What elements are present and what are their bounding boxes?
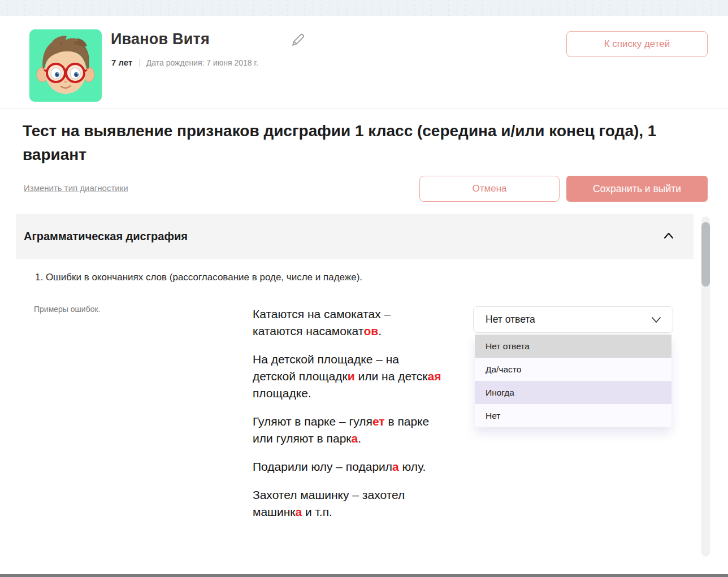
- chevron-down-icon: [651, 315, 662, 324]
- sentence-text: или на детск: [355, 370, 428, 383]
- example-sentence: На детской площадке – на детской площадк…: [253, 351, 443, 402]
- dropdown-options: Нет ответаДа/частоИногдаНет: [475, 335, 671, 427]
- chevron-up-icon[interactable]: [662, 229, 675, 243]
- answer-select[interactable]: Нет ответа: [473, 306, 673, 333]
- error-letters: ет: [372, 415, 385, 428]
- page-title: Тест на выявление признаков дисграфии 1 …: [23, 119, 670, 167]
- page: Иванов Витя 7 лет | Дата рождения: 7 июн…: [0, 0, 728, 577]
- example-sentence: Катаются на самокатах – катаются насамок…: [253, 306, 443, 340]
- child-avatar: [29, 29, 102, 102]
- sentence-text: Гуляют в парке – гуля: [253, 415, 372, 428]
- section-title: Аграмматическая дисграфия: [24, 214, 188, 259]
- meta-separator: |: [138, 58, 141, 67]
- error-letters: ов: [363, 324, 378, 337]
- edit-pencil-icon[interactable]: [289, 31, 306, 48]
- window-bottom-edge: [0, 574, 728, 577]
- error-letters: а: [392, 460, 399, 473]
- dropdown-option-2[interactable]: Иногда: [475, 381, 671, 404]
- child-header: Иванов Витя 7 лет | Дата рождения: 7 июн…: [0, 16, 728, 109]
- error-letters: ая: [427, 370, 441, 383]
- child-meta: 7 лет | Дата рождения: 7 июня 2018 г.: [111, 58, 258, 67]
- sentence-text: .: [378, 324, 382, 337]
- boy-avatar-illustration: [29, 29, 102, 102]
- example-sentence: Подарили юлу – подарила юлу.: [253, 458, 443, 475]
- child-age: 7 лет: [111, 58, 132, 67]
- example-sentence: Захотел машинку – захотел машинка и т.п.: [253, 487, 443, 520]
- section-header-agrammatic-dysgraphia[interactable]: Аграмматическая дисграфия: [16, 214, 694, 259]
- dropdown-option-1[interactable]: Да/часто: [475, 358, 671, 381]
- sentence-text: и т.п.: [302, 505, 332, 518]
- back-to-children-list-button[interactable]: К списку детей: [566, 31, 708, 57]
- dropdown-option-0[interactable]: Нет ответа: [475, 335, 671, 358]
- error-letters: и: [348, 370, 355, 383]
- scrollbar-thumb[interactable]: [701, 222, 710, 287]
- example-sentence: Гуляют в парке – гуляет в парке или гуля…: [253, 413, 443, 447]
- error-letters: а: [352, 432, 358, 445]
- change-diagnostic-type-link[interactable]: Изменить тип диагностики: [24, 183, 128, 193]
- top-bar: [0, 0, 728, 16]
- sentence-text: Подарили юлу – подарил: [253, 460, 392, 473]
- child-birth-date: Дата рождения: 7 июня 2018 г.: [146, 58, 258, 67]
- sentence-text: площадке.: [253, 387, 311, 400]
- cancel-button[interactable]: Отмена: [419, 176, 560, 202]
- dropdown-option-3[interactable]: Нет: [475, 404, 671, 427]
- answer-select-value: Нет ответа: [486, 307, 535, 332]
- examples-list: Катаются на самокатах – катаются насамок…: [253, 306, 443, 532]
- child-name: Иванов Витя: [111, 31, 210, 48]
- question-text: 1. Ошибки в окончаниях слов (рассогласов…: [35, 272, 362, 283]
- save-and-exit-button[interactable]: Сохранить и выйти: [566, 176, 708, 202]
- sentence-text: юлу.: [399, 460, 426, 473]
- examples-label: Примеры ошибок.: [34, 305, 100, 314]
- error-letters: а: [295, 505, 302, 518]
- sentence-text: .: [358, 432, 361, 445]
